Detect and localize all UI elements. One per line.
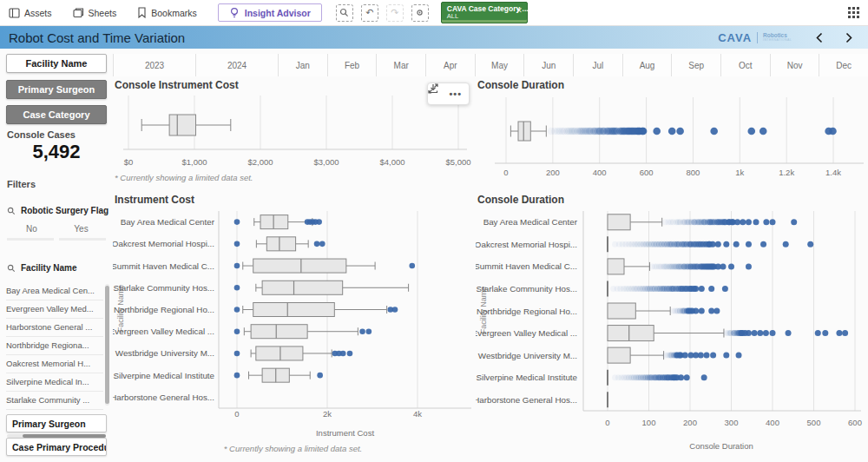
axis-text: 300 xyxy=(725,418,739,427)
list-item[interactable]: Harborstone General ... xyxy=(6,319,103,337)
qlik-dashboard: Assets Sheets Bookmarks Insight Advisor … xyxy=(0,0,868,462)
timeline-cell-month[interactable]: Jan xyxy=(278,54,327,76)
timeline-cell-month[interactable]: Aug xyxy=(622,54,672,76)
data-point xyxy=(234,307,240,313)
selection-tools: ↶ ↷ xyxy=(336,4,429,22)
data-point xyxy=(807,241,813,248)
data-point xyxy=(710,353,716,359)
selections-search-icon[interactable] xyxy=(336,4,353,22)
axis-text: Summit Haven Medical C... xyxy=(113,261,214,271)
list-item[interactable]: Starlake Community ... xyxy=(6,392,103,410)
data-point xyxy=(836,330,842,336)
list-item[interactable]: Northbridge Regiona... xyxy=(6,337,103,355)
kpi-value: 5,492 xyxy=(0,141,113,163)
data-point xyxy=(740,219,746,225)
list-item[interactable]: Bay Area Medical Cen... xyxy=(6,282,103,300)
data-point xyxy=(701,374,707,380)
facility-name-button[interactable]: Facility Name xyxy=(6,54,107,73)
axis-text: 0 xyxy=(234,409,239,419)
previous-sheet-icon[interactable] xyxy=(816,32,823,43)
list-item[interactable]: Oakcrest Memorial H... xyxy=(6,355,103,373)
robotic-surgery-flag-filter-title: Robotic Surgery Flag xyxy=(7,206,108,215)
data-point xyxy=(746,263,752,269)
data-point xyxy=(763,330,769,336)
sheets-label: Sheets xyxy=(89,8,117,18)
list-item[interactable]: Evergreen Valley Med... xyxy=(6,300,103,319)
data-point xyxy=(678,374,684,380)
close-icon[interactable]: ✕ xyxy=(516,6,523,15)
search-icon[interactable] xyxy=(7,264,16,273)
data-point xyxy=(752,330,758,336)
app-navigation-grid-icon[interactable] xyxy=(848,7,859,18)
data-point xyxy=(684,374,690,380)
axis-text: Westbridge University M... xyxy=(478,351,577,360)
assets-icon xyxy=(9,8,20,18)
timeline-cell-month[interactable]: Jun xyxy=(523,54,573,76)
axis-text: 600 xyxy=(640,168,654,177)
facility-list-scrollbar[interactable] xyxy=(105,284,109,406)
sheets-tab[interactable]: Sheets xyxy=(73,8,117,18)
data-point xyxy=(316,219,322,225)
insight-advisor-button[interactable]: Insight Advisor xyxy=(218,3,322,22)
timeline-cell-month[interactable]: Dec xyxy=(819,54,868,76)
brand-logo: CAVA Robotics INTERNATIONAL xyxy=(718,31,792,44)
timeline-cell-month[interactable]: Nov xyxy=(770,54,819,76)
primary-surgeon-filter[interactable]: Primary Surgeon xyxy=(6,414,107,432)
timeline-cell-month[interactable]: Feb xyxy=(327,54,377,76)
box-plot xyxy=(249,368,311,382)
selections-back-icon[interactable]: ↶ xyxy=(361,4,378,22)
data-point xyxy=(708,286,714,292)
chart-console-duration-by-facility[interactable]: Console Duration Facility Name Console D… xyxy=(476,193,868,462)
timeline-cell-year[interactable]: 2024 xyxy=(195,54,278,76)
timeline-cell-month[interactable]: Mar xyxy=(376,54,425,76)
data-point xyxy=(723,241,729,248)
brand-divider xyxy=(757,32,758,43)
box-plot xyxy=(256,280,409,294)
axis-text: 400 xyxy=(593,168,607,177)
list-item[interactable]: Silverpine Medical In... xyxy=(6,373,103,392)
clear-selections-icon[interactable] xyxy=(411,4,429,22)
chart-instrument-cost-by-facility[interactable]: Instrument Cost Facility Name Instrument… xyxy=(113,193,473,455)
axis-text: 200 xyxy=(546,168,560,177)
insight-advisor-label: Insight Advisor xyxy=(245,8,311,18)
timeline-cell-month[interactable]: Jul xyxy=(573,54,622,76)
data-point xyxy=(317,373,323,379)
next-sheet-icon[interactable] xyxy=(845,32,852,43)
left-sidebar: Facility Name Primary Surgeon Case Categ… xyxy=(0,49,113,462)
data-point xyxy=(234,263,240,269)
robotic-flag-option-yes[interactable]: Yes xyxy=(56,224,106,234)
robotic-flag-option-no[interactable]: No xyxy=(7,224,56,234)
bookmarks-tab[interactable]: Bookmarks xyxy=(137,7,197,18)
primary-surgeon-button[interactable]: Primary Surgeon xyxy=(6,80,107,99)
axis-text: Oakcrest Memorial Hospi... xyxy=(113,239,214,248)
data-point xyxy=(698,353,704,359)
axis-text: 100 xyxy=(642,418,656,427)
timeline-cell-month[interactable]: Sep xyxy=(671,54,720,76)
box-plot xyxy=(510,122,546,141)
timeline-cell-month[interactable]: Apr xyxy=(425,54,475,76)
data-point xyxy=(668,128,676,135)
instrument_cost_by_facility-plot: 02k4kBay Area Medical CenterOakcrest Mem… xyxy=(113,193,473,455)
timeline-cell-month[interactable]: Oct xyxy=(720,54,770,76)
timeline-cell-month[interactable]: May xyxy=(475,54,524,76)
data-point xyxy=(359,328,365,334)
case-primary-procedure-filter[interactable]: Case Primary Procedur... xyxy=(6,438,107,456)
box-plot xyxy=(254,215,312,229)
timeline-cell-year[interactable]: 2023 xyxy=(113,54,195,76)
data-point xyxy=(736,353,742,359)
data-point xyxy=(720,263,727,269)
brand-name: CAVA xyxy=(718,31,752,44)
case-category-button[interactable]: Case Category xyxy=(6,105,107,124)
facility-filter-title: Facility Name xyxy=(7,263,76,273)
data-point xyxy=(746,330,752,336)
chart-console-instrument-cost[interactable]: Console Instrument Cost ••• * Currently … xyxy=(113,78,472,189)
more-options-icon[interactable]: ••• xyxy=(449,89,462,99)
data-point xyxy=(715,241,721,248)
assets-tab[interactable]: Assets xyxy=(9,8,52,18)
data-point xyxy=(713,308,720,314)
search-icon[interactable] xyxy=(7,207,16,215)
box-plot xyxy=(256,237,308,251)
chart-console-duration[interactable]: Console Duration 02004006008001k1.2k1.4k xyxy=(476,78,868,189)
selections-forward-icon[interactable]: ↷ xyxy=(386,4,404,22)
selection-chip[interactable]: CAVA Case Category ... ALL ✕ xyxy=(441,2,528,23)
